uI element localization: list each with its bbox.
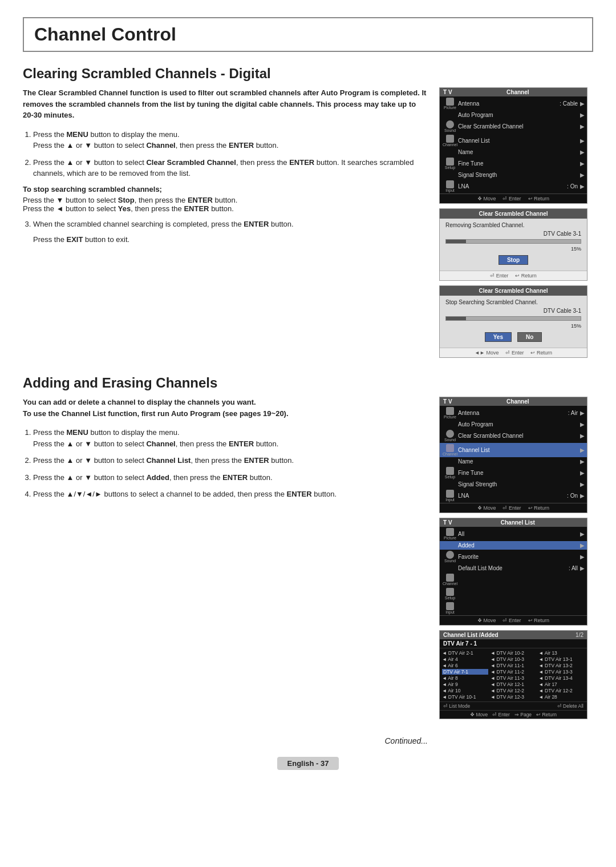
cl-item: ◄ DTV Air 12-2 [491, 688, 537, 693]
section2-step3: Press the ▲ or ▼ button to select Added,… [33, 472, 428, 483]
continued-text: Continued... [23, 736, 593, 745]
page-title-bar: Channel Control [23, 17, 593, 52]
section2-steps-cont2: Press the ▲/▼/◄/► buttons to select a ch… [33, 489, 428, 500]
section2-steps: Press the MENU button to display the men… [33, 427, 428, 466]
menu3-row-setup: Setup [440, 587, 587, 601]
cl-item: ◄ DTV Air 13-1 [538, 656, 585, 662]
cl-item: ◄ Air 17 [538, 681, 585, 687]
tv-label-3: T V [443, 519, 452, 526]
page-title: Channel Control [34, 24, 582, 45]
section1-steps-cont: When the scrambled channel searching is … [33, 219, 428, 230]
dialog2-footer-return: ↩ Return [530, 350, 552, 356]
dialog2-footer: ◄► Move ⏎ Enter ↩ Return [440, 348, 587, 357]
section1-sub-heading: To stop searching scrambled channels; [23, 185, 428, 193]
cl-item: ◄ Air 10 [442, 688, 488, 693]
menu3-row-picture: Picture All ▶ [440, 527, 587, 541]
section1-sub-note: To stop searching scrambled channels; Pr… [23, 185, 428, 213]
section1-text: The Clear Scrambled Channel function is … [23, 87, 428, 358]
cl-item: ◄ Air 4 [442, 656, 488, 662]
tv-label-2: T V [443, 398, 452, 405]
cl-item-highlighted: DTV Air 7-1 [442, 669, 488, 675]
dialog1-title: Clear Scrambled Channel [440, 209, 587, 219]
menu1-row-finetune: Setup Fine Tune ▶ [440, 156, 587, 171]
menu1-title: Channel [452, 89, 583, 95]
cl-item: ◄ Air 9 [442, 681, 488, 687]
section1-steps: Press the MENU button to display the men… [33, 129, 428, 179]
dialog2-progress-text: 15% [445, 323, 581, 329]
menu2-row-antenna: Picture Antenna : Air ▶ [440, 406, 587, 420]
tv-label-1: T V [443, 89, 452, 95]
menu1-row-clearscrambled: Sound Clear Scrambled Channel ▶ [440, 119, 587, 134]
section1-step1: Press the MENU button to display the men… [33, 129, 428, 151]
cl-item: ◄ DTV Air 12-3 [491, 694, 537, 700]
menu3-row-favorite: Sound Favorite ▶ [440, 550, 587, 564]
cl-item: ◄ DTV Air 13-2 [538, 663, 585, 668]
dialog1-stop-btn[interactable]: Stop [499, 255, 528, 265]
section1-screenshots: T V Channel Picture Antenna : Cable ▶ Au… [439, 87, 593, 358]
cl-item: ◄ DTV Air 12-2 [538, 688, 585, 693]
dialog2-footer-enter: ⏎ Enter [505, 350, 524, 356]
menu2-row-name: Name ▶ [440, 457, 587, 466]
cl-item: ◄ DTV Air 11-1 [491, 663, 537, 668]
menu1-footer: ❖ Move⏎ Enter↩ Return [440, 193, 587, 203]
cl-title: Channel List /Added [443, 632, 499, 638]
dialog2-info: Stop Searching Scrambled Channel. [445, 299, 538, 305]
section2-step4: Press the ▲/▼/◄/► buttons to select a ch… [33, 489, 428, 500]
section2-heading: Adding and Erasing Channels [23, 375, 593, 391]
menu2-row-clearscrambled: Sound Clear Scrambled Channel ▶ [440, 429, 587, 443]
cl-item: ◄ DTV Air 2-1 [442, 650, 488, 656]
dialog1-progress-text: 15% [445, 246, 581, 252]
page-footer: English - 37 [23, 757, 593, 770]
dialog2-channel: DTV Cable 3-1 [544, 308, 581, 314]
menu3-row-channel: Channel [440, 572, 587, 587]
dialog2-title: Clear Scrambled Channel [440, 286, 587, 296]
cl-item: ◄ DTV Air 13-3 [538, 669, 585, 675]
dialog2-footer-move: ◄► Move [475, 350, 499, 356]
dialog1-progress-bar [445, 239, 581, 244]
menu3-title: Channel List [452, 519, 583, 526]
section1-step3: When the scrambled channel searching is … [33, 219, 428, 230]
dialog1-footer: ⏎ Enter↩ Return [440, 271, 587, 280]
dialog-stop-searching: Clear Scrambled Channel Stop Searching S… [439, 285, 587, 358]
section-clearing-scrambled: Clearing Scrambled Channels - Digital Th… [23, 66, 593, 358]
dialog1-channel: DTV Cable 3-1 [544, 231, 581, 237]
menu2-row-channellist: Channel Channel List ▶ [440, 443, 587, 457]
cl-item: ◄ DTV Air 13-4 [538, 675, 585, 681]
menu1-row-name: Name ▶ [440, 148, 587, 156]
section1-heading: Clearing Scrambled Channels - Digital [23, 66, 593, 82]
section1-step2: Press the ▲ or ▼ button to select Clear … [33, 157, 428, 179]
tv-channel-menu-2: T V Channel Picture Antenna : Air ▶ Auto… [439, 397, 587, 513]
section2-step2: Press the ▲ or ▼ button to select Channe… [33, 455, 428, 466]
section-adding-erasing: Adding and Erasing Channels You can add … [23, 375, 593, 719]
cl-item: ◄ DTV Air 10-1 [442, 694, 488, 700]
menu1-row-lna: Input LNA : On ▶ [440, 179, 587, 193]
channel-list-added-screen: Channel List /Added 1/2 DTV Air 7 - 1 ◄ … [439, 630, 587, 719]
menu3-row-defaultlist: Default List Mode : All ▶ [440, 564, 587, 572]
section2-step1: Press the MENU button to display the men… [33, 427, 428, 449]
tv-channellist-menu: T V Channel List Picture All ▶ Added ▶ S… [439, 518, 587, 626]
section2-intro1: You can add or delete a channel to displ… [23, 397, 428, 419]
cl-footer: ❖ Move⏎ Enter⇒ Page↩ Return [440, 710, 587, 719]
section1-sub-line2: Press the ◄ button to select Yes, then p… [23, 204, 428, 213]
cl-grid: ◄ DTV Air 2-1 ◄ DTV Air 10-2 ◄ Air 13 ◄ … [440, 648, 587, 701]
dialog2-no-btn[interactable]: No [517, 332, 542, 342]
menu2-row-signal: Signal Strength ▶ [440, 480, 587, 489]
menu2-row-lna: Input LNA : On ▶ [440, 489, 587, 503]
section2-steps-cont: Press the ▲ or ▼ button to select Added,… [33, 472, 428, 483]
cl-item: ◄ DTV Air 11-3 [491, 675, 537, 681]
menu3-footer: ❖ Move⏎ Enter↩ Return [440, 615, 587, 625]
cl-item: ◄ DTV Air 11-2 [491, 669, 537, 675]
menu1-row-autoprogram: Auto Program ▶ [440, 111, 587, 119]
cl-item: ◄ Air 6 [442, 663, 488, 668]
dialog1-info: Removing Scrambled Channel. [445, 222, 524, 228]
cl-page: 1/2 [576, 632, 583, 638]
tv-channel-menu-1: T V Channel Picture Antenna : Cable ▶ Au… [439, 87, 587, 204]
dialog2-progress-fill [446, 317, 466, 320]
menu2-row-autoprogram: Auto Program ▶ [440, 420, 587, 429]
section2-screenshots: T V Channel Picture Antenna : Air ▶ Auto… [439, 397, 593, 719]
cl-item: ◄ DTV Air 12-1 [491, 681, 537, 687]
dialog2-yes-btn[interactable]: Yes [485, 332, 512, 342]
menu2-title: Channel [452, 398, 583, 405]
menu3-row-input: Input [440, 601, 587, 615]
page-number: English - 37 [277, 757, 339, 770]
